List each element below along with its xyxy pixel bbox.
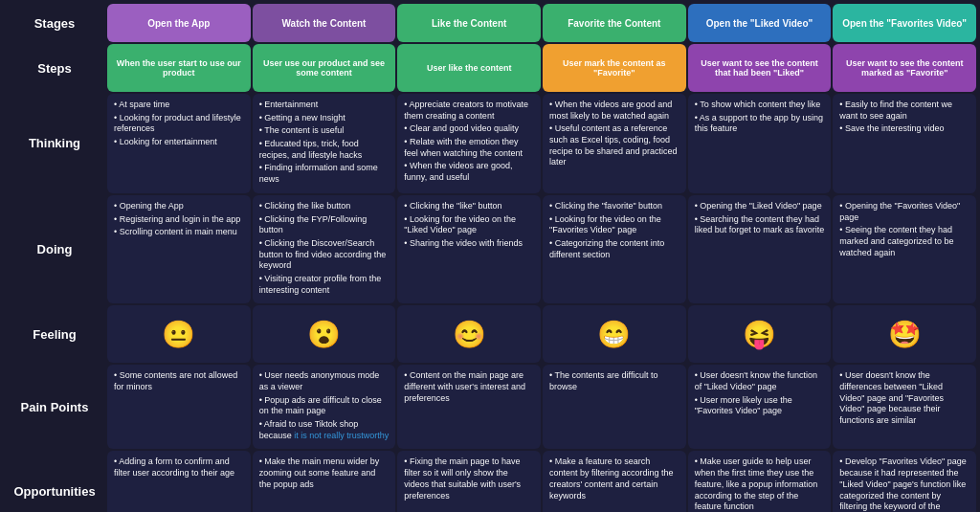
stage-header-favorites-video: Open the "Favorites Video" bbox=[833, 4, 976, 42]
steps-cell-4: User want to see the content that had be… bbox=[688, 44, 832, 92]
steps-cell-3: User mark the content as "Favorite" bbox=[543, 44, 686, 92]
thinking-cell-4: To show which content they likeAs a supp… bbox=[688, 94, 832, 193]
thinking-cell-0: At spare timeLooking for product and lif… bbox=[107, 94, 251, 193]
doing-cell-2: Clicking the "like" buttonLooking for th… bbox=[397, 195, 541, 304]
feeling-cell-4: 😝 bbox=[688, 305, 832, 363]
feeling-cell-5: 🤩 bbox=[833, 305, 976, 363]
main-grid: Stages Open the AppWatch the ContentLike… bbox=[0, 0, 980, 512]
thinking-row-label: Thinking bbox=[4, 94, 105, 193]
feeling-cell-0: 😐 bbox=[107, 305, 251, 363]
opp-cell-4: Make user guide to help user when the fi… bbox=[688, 451, 832, 512]
thinking-cell-2: Appreciate creators to motivate them cre… bbox=[397, 94, 541, 193]
pain-cell-4: User doesn't know the function of "Liked… bbox=[688, 365, 832, 449]
doing-cell-0: Opening the AppRegistering and login in … bbox=[107, 195, 251, 304]
feeling-cell-2: 😊 bbox=[397, 305, 541, 363]
pain-cell-2: Content on the main page are different w… bbox=[397, 365, 541, 449]
stage-header-favorite: Favorite the Content bbox=[543, 4, 686, 42]
steps-row-label: Steps bbox=[4, 44, 105, 92]
pain-cell-3: The contents are difficult to browse bbox=[543, 365, 686, 449]
pain-cell-1: User needs anonymous mode as a viewerPop… bbox=[253, 365, 396, 449]
opportunities-row-label: Opportunities bbox=[4, 451, 105, 512]
steps-cell-1: User use our product and see some conten… bbox=[253, 44, 396, 92]
doing-cell-4: Opening the "Liked Video" pageSearching … bbox=[688, 195, 832, 304]
thinking-cell-1: EntertainmentGetting a new InsightThe co… bbox=[253, 94, 396, 193]
stage-header-liked-video: Open the "Liked Video" bbox=[688, 4, 832, 42]
steps-cell-2: User like the content bbox=[397, 44, 541, 92]
stage-header-watch: Watch the Content bbox=[253, 4, 396, 42]
stages-row-label: Stages bbox=[4, 4, 105, 42]
stage-header-like: Like the Content bbox=[397, 4, 541, 42]
steps-cell-0: When the user start to use our product bbox=[107, 44, 251, 92]
doing-cell-3: Clicking the "favorite" buttonLooking fo… bbox=[543, 195, 686, 304]
opp-cell-1: Make the main menu wider by zooming out … bbox=[253, 451, 396, 512]
feeling-row-label: Feeling bbox=[4, 305, 105, 363]
steps-cell-5: User want to see the content marked as "… bbox=[833, 44, 976, 92]
feeling-cell-3: 😁 bbox=[543, 305, 686, 363]
pain-cell-0: Some contents are not allowed for minors bbox=[107, 365, 251, 449]
opp-cell-3: Make a feature to search content by filt… bbox=[543, 451, 686, 512]
opp-cell-5: Develop "Favorites Video" page because i… bbox=[833, 451, 976, 512]
painpoints-row-label: Pain Points bbox=[4, 365, 105, 449]
doing-cell-5: Opening the "Favorites Video" pageSeeing… bbox=[833, 195, 976, 304]
thinking-cell-5: Easily to find the content we want to se… bbox=[833, 94, 976, 193]
feeling-cell-1: 😮 bbox=[253, 305, 396, 363]
thinking-cell-3: When the videos are good and most likely… bbox=[543, 94, 686, 193]
pain-cell-5: User doesn't know the differences betwee… bbox=[833, 365, 976, 449]
opp-cell-2: Fixing the main page to have filter so i… bbox=[397, 451, 541, 512]
doing-cell-1: Clicking the like buttonClicking the FYP… bbox=[253, 195, 396, 304]
stage-header-open-app: Open the App bbox=[107, 4, 251, 42]
doing-row-label: Doing bbox=[4, 195, 105, 304]
opp-cell-0: Adding a form to confirm and filter user… bbox=[107, 451, 251, 512]
